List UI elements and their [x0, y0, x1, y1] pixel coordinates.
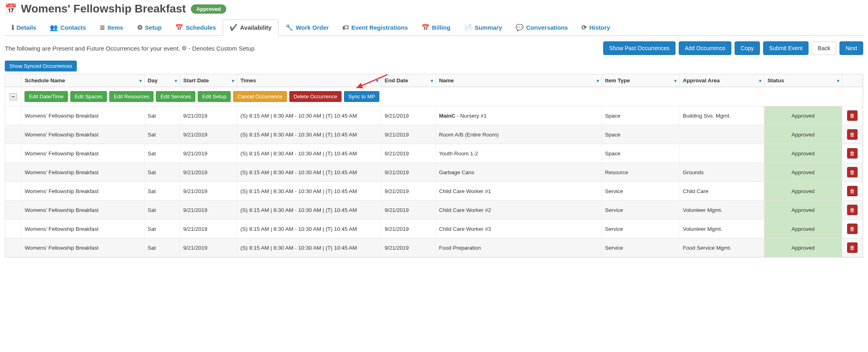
status-cell: Approved: [764, 220, 842, 238]
edit-resources-button[interactable]: Edit Resources: [109, 91, 154, 102]
status-cell: Approved: [764, 238, 842, 257]
items-icon: ≣: [100, 24, 105, 31]
next-button[interactable]: Next: [839, 41, 863, 55]
filter-icon[interactable]: ▾: [232, 78, 234, 83]
column-header[interactable]: Start Date▾: [180, 74, 237, 87]
cancel-occurrence-button[interactable]: Cancel Occurrence: [233, 91, 287, 102]
status-cell: Approved: [764, 201, 842, 220]
work-order-icon: 🔧: [285, 24, 293, 31]
filter-icon[interactable]: ▾: [175, 78, 177, 83]
column-header[interactable]: Status▾: [764, 74, 842, 87]
tab-availability[interactable]: ✔️Availability: [223, 19, 278, 36]
schedules-icon: 📅: [175, 24, 183, 31]
filter-icon[interactable]: ▾: [376, 78, 379, 83]
copy-button[interactable]: Copy: [735, 41, 760, 55]
tab-label: Items: [107, 24, 123, 31]
tab-work-order[interactable]: 🔧Work Order: [278, 19, 336, 36]
tab-label: Schedules: [186, 24, 216, 31]
edit-spaces-button[interactable]: Edit Spaces: [70, 91, 107, 102]
delete-row-button[interactable]: 🗑: [847, 167, 858, 177]
action-buttons: Show Past Occurrences Add Occurrence Cop…: [603, 41, 863, 55]
tab-items[interactable]: ≣Items: [93, 19, 130, 36]
tab-billing[interactable]: 📅Billing: [415, 19, 457, 36]
filter-icon[interactable]: ▾: [139, 78, 142, 83]
delete-row-button[interactable]: 🗑: [847, 129, 858, 140]
delete-row-button[interactable]: 🗑: [847, 242, 858, 253]
filter-icon[interactable]: ▾: [759, 78, 762, 83]
occurrences-table: Schedule Name▾Day▾Start Date▾Times▾End D…: [5, 74, 863, 258]
table-row[interactable]: Womens' Fellowship BreakfastSat9/21/2019…: [5, 201, 863, 220]
tab-schedules[interactable]: 📅Schedules: [168, 19, 223, 36]
trash-icon: 🗑: [850, 245, 855, 251]
table-row[interactable]: Womens' Fellowship BreakfastSat9/21/2019…: [5, 144, 863, 163]
column-header[interactable]: Day▾: [144, 74, 180, 87]
delete-row-button[interactable]: 🗑: [847, 205, 858, 215]
tab-event-registrations[interactable]: 🏷Event Registrations: [336, 19, 415, 36]
name-cell: Food Preparation: [436, 238, 602, 257]
tab-label: Details: [16, 24, 36, 31]
column-expand: [5, 74, 21, 87]
summary-icon: 📄: [464, 24, 472, 31]
event-registrations-icon: 🏷: [342, 24, 349, 31]
tab-details[interactable]: ℹDetails: [5, 19, 43, 36]
tab-conversations[interactable]: 💬Conversations: [509, 19, 575, 36]
sync-to-mp-button[interactable]: Sync to MP: [344, 91, 379, 102]
tab-summary[interactable]: 📄Summary: [457, 19, 509, 36]
table-row[interactable]: Womens' Fellowship BreakfastSat9/21/2019…: [5, 106, 863, 125]
tab-setup[interactable]: ⚙Setup: [130, 19, 169, 36]
filter-icon[interactable]: ▾: [837, 78, 839, 83]
trash-icon: 🗑: [850, 207, 855, 213]
table-row[interactable]: Womens' Fellowship BreakfastSat9/21/2019…: [5, 163, 863, 182]
column-actions: [842, 74, 862, 87]
page-title: 📅 Womens' Fellowship Breakfast: [5, 2, 186, 15]
edit-services-button[interactable]: Edit Services: [156, 91, 195, 102]
name-cell: Youth Room 1-2: [436, 144, 602, 163]
column-header[interactable]: Schedule Name▾: [21, 74, 144, 87]
column-header[interactable]: Item Type▾: [602, 74, 680, 87]
filter-icon[interactable]: ▾: [597, 78, 599, 83]
add-occurrence-button[interactable]: Add Occurrence: [679, 41, 731, 55]
availability-icon: ✔️: [229, 24, 237, 31]
trash-icon: 🗑: [850, 226, 855, 232]
delete-row-button[interactable]: 🗑: [847, 110, 858, 121]
delete-row-button[interactable]: 🗑: [847, 186, 858, 196]
filter-icon[interactable]: ▾: [431, 78, 433, 83]
delete-row-button[interactable]: 🗑: [847, 224, 858, 234]
calendar-icon: 📅: [5, 3, 17, 14]
trash-icon: 🗑: [850, 132, 855, 138]
title-text: Womens' Fellowship Breakfast: [21, 2, 186, 15]
table-row[interactable]: Womens' Fellowship BreakfastSat9/21/2019…: [5, 182, 863, 201]
show-past-occurrences-button[interactable]: Show Past Occurrences: [603, 41, 676, 55]
table-row[interactable]: Womens' Fellowship BreakfastSat9/21/2019…: [5, 125, 863, 144]
history-icon: ⟳: [581, 24, 587, 31]
tab-label: Conversations: [526, 24, 568, 31]
table-row[interactable]: Womens' Fellowship BreakfastSat9/21/2019…: [5, 220, 863, 238]
name-cell: Child Care Worker #2: [436, 201, 602, 220]
back-button[interactable]: Back: [812, 41, 836, 55]
column-header[interactable]: Approval Area▾: [680, 74, 764, 87]
column-header[interactable]: Times▾: [237, 74, 381, 87]
info-text: The following are Present and Future Occ…: [5, 45, 254, 52]
details-icon: ℹ: [12, 24, 14, 31]
delete-row-button[interactable]: 🗑: [847, 148, 858, 159]
name-cell: Child Care Worker #1: [436, 182, 602, 201]
column-header[interactable]: Name▾: [436, 74, 602, 87]
status-cell: Approved: [764, 163, 842, 182]
tab-contacts[interactable]: 👥Contacts: [43, 19, 93, 36]
name-cell: Room A/B (Entire Room): [436, 125, 602, 144]
submit-event-button[interactable]: Submit Event: [763, 41, 809, 55]
filter-icon[interactable]: ▾: [674, 78, 677, 83]
table-row[interactable]: Womens' Fellowship BreakfastSat9/21/2019…: [5, 238, 863, 257]
trash-icon: 🗑: [850, 188, 855, 194]
column-header[interactable]: End Date▾: [381, 74, 436, 87]
show-synced-occurrences-button[interactable]: Show Synced Occurrences: [5, 61, 77, 71]
tab-history[interactable]: ⟳History: [575, 19, 617, 36]
status-cell: Approved: [764, 106, 842, 125]
edit-setup-button[interactable]: Edit Setup: [198, 91, 231, 102]
collapse-group-button[interactable]: −: [10, 93, 17, 100]
edit-datetime-button[interactable]: Edit Date/Time: [25, 91, 68, 102]
delete-occurrence-button[interactable]: Delete Occurrence: [289, 91, 342, 102]
trash-icon: 🗑: [850, 113, 855, 119]
page-title-row: 📅 Womens' Fellowship Breakfast Approved: [5, 0, 863, 19]
tabs-nav: ℹDetails👥Contacts≣Items⚙Setup📅Schedules✔…: [5, 19, 863, 36]
